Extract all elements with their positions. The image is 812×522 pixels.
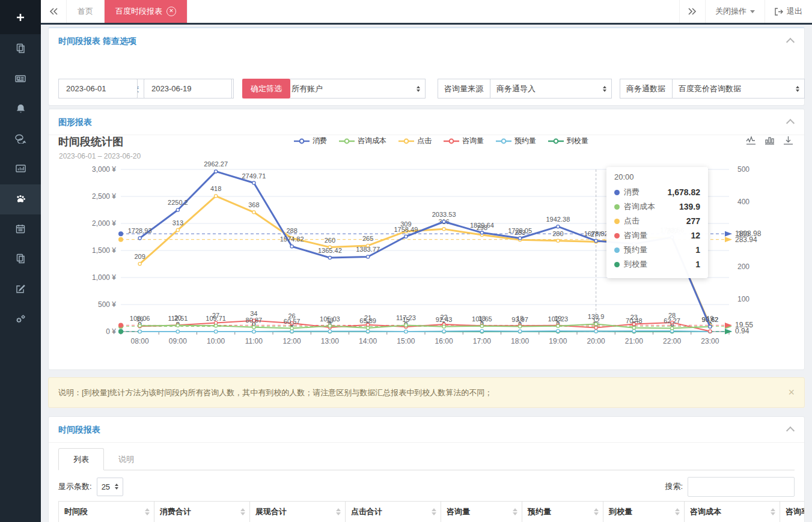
series-dot-icon xyxy=(614,262,620,267)
sidebar-item-gears[interactable] xyxy=(0,305,41,335)
svg-text:0.94: 0.94 xyxy=(735,327,749,335)
svg-text:2250.2: 2250.2 xyxy=(168,199,188,206)
scroll-tabs-left-button[interactable] xyxy=(41,0,67,23)
paw-icon xyxy=(14,193,26,206)
column-header-时间段[interactable]: 时间段 xyxy=(59,502,154,522)
svg-text:1,500 ¥: 1,500 ¥ xyxy=(92,246,116,255)
sidebar-item-calendar[interactable] xyxy=(0,214,41,244)
double-chevron-left-icon xyxy=(49,8,58,15)
legend-item-消费[interactable]: 消费 xyxy=(294,136,327,146)
legend-marker-icon xyxy=(339,138,355,144)
sidebar-item-newspaper[interactable] xyxy=(0,64,41,94)
svg-text:418: 418 xyxy=(210,185,221,192)
close-operations-dropdown[interactable]: 关闭操作 xyxy=(705,0,765,23)
scroll-tabs-right-button[interactable] xyxy=(679,0,705,23)
legend-item-预约量[interactable]: 预约量 xyxy=(496,136,536,146)
sidebar-item-chat[interactable] xyxy=(0,124,41,154)
legend-item-到校量[interactable]: 到校量 xyxy=(548,136,588,146)
svg-text:15:00: 15:00 xyxy=(397,337,415,345)
svg-text:200: 200 xyxy=(737,263,749,271)
svg-text:105.03: 105.03 xyxy=(320,315,340,323)
svg-text:62.27: 62.27 xyxy=(664,317,680,324)
collapse-chevron-icon[interactable] xyxy=(786,119,795,127)
column-header-消费合计[interactable]: 消费合计 xyxy=(154,502,250,522)
page-size-control: 显示条数: 25 xyxy=(58,478,123,496)
search-label: 搜索: xyxy=(665,481,683,492)
chart-panel: 图形报表 时间段统计图 2023-06-01 – 2023-06-20 消费咨询… xyxy=(48,109,805,370)
date-from-input[interactable]: 2023-06-01 xyxy=(58,79,138,99)
sidebar-item-edit[interactable] xyxy=(0,275,41,305)
svg-text:112.51: 112.51 xyxy=(168,315,188,322)
svg-text:100: 100 xyxy=(737,295,749,303)
date-to-input[interactable]: 2023-06-19 xyxy=(144,79,232,99)
legend-item-咨询成本[interactable]: 咨询成本 xyxy=(339,136,386,146)
bar-chart-icon[interactable] xyxy=(765,136,775,146)
sort-icon xyxy=(771,508,775,515)
svg-text:93.97: 93.97 xyxy=(511,316,528,323)
sort-icon xyxy=(594,508,599,515)
column-header-咨询成本[interactable]: 咨询成本 xyxy=(685,502,780,522)
sidebar-item-bell[interactable] xyxy=(0,94,41,124)
sidebar-item-paw[interactable] xyxy=(0,184,41,214)
logout-button[interactable]: 退出 xyxy=(765,0,812,23)
line-chart-icon[interactable] xyxy=(746,136,756,146)
svg-text:18:00: 18:00 xyxy=(511,337,529,345)
legend-marker-icon xyxy=(398,138,414,144)
column-header-咨询量[interactable]: 咨询量 xyxy=(441,502,522,522)
chart-title: 时间段统计图 xyxy=(58,135,123,149)
collapse-chevron-icon[interactable] xyxy=(786,426,795,435)
table-tabs: 列表 说明 xyxy=(58,448,795,470)
svg-text:2,500 ¥: 2,500 ¥ xyxy=(92,192,116,201)
svg-text:23:00: 23:00 xyxy=(701,337,719,345)
table-panel-header: 时间段报表 xyxy=(49,417,804,443)
chart-toolbox xyxy=(746,136,793,146)
tab-list[interactable]: 列表 xyxy=(58,448,104,470)
select-arrows-icon xyxy=(115,484,118,490)
pages-icon xyxy=(15,253,26,266)
sidebar-item-add[interactable] xyxy=(0,0,41,34)
svg-text:101.65: 101.65 xyxy=(472,315,492,323)
sidebar-item-pages[interactable] xyxy=(0,34,41,64)
page-size-select[interactable]: 25 xyxy=(97,478,123,496)
svg-text:12:00: 12:00 xyxy=(283,337,301,345)
svg-text:22:00: 22:00 xyxy=(663,337,681,345)
confirm-filter-button[interactable]: 确定筛选 xyxy=(242,79,290,99)
svg-text:265: 265 xyxy=(362,235,373,242)
search-input[interactable] xyxy=(688,477,795,497)
note-close-icon[interactable]: × xyxy=(788,386,795,399)
svg-text:2749.71: 2749.71 xyxy=(242,172,266,180)
svg-text:65.89: 65.89 xyxy=(359,317,376,324)
svg-text:108.06: 108.06 xyxy=(130,315,150,322)
column-header-展现合计[interactable]: 展现合计 xyxy=(250,502,346,522)
legend-item-咨询量[interactable]: 咨询量 xyxy=(444,136,484,146)
series-dot-icon xyxy=(614,204,620,210)
legend-marker-icon xyxy=(496,138,511,144)
sidebar-item-bar-chart[interactable] xyxy=(0,154,41,184)
column-header-点击合计[interactable]: 点击合计 xyxy=(346,502,441,522)
tab-baidu-period-report[interactable]: 百度时段报表 ✕ xyxy=(105,0,188,23)
table-panel: 时间段报表 列表 说明 显示条数: 25 搜索: 时间段消费合计展现合计点击合计… xyxy=(48,416,805,522)
column-header-咨询率[interactable]: 咨询率 xyxy=(780,502,805,522)
svg-text:1942.38: 1942.38 xyxy=(546,216,570,223)
svg-text:17:00: 17:00 xyxy=(473,337,491,345)
svg-text:500 ¥: 500 ¥ xyxy=(98,300,116,309)
series-dot-icon xyxy=(614,247,620,253)
tab-home[interactable]: 首页 xyxy=(67,0,105,23)
column-header-到校量[interactable]: 到校量 xyxy=(603,502,685,522)
collapse-chevron-icon[interactable] xyxy=(786,38,795,46)
column-header-预约量[interactable]: 预约量 xyxy=(522,502,603,522)
svg-text:19:00: 19:00 xyxy=(549,337,567,345)
legend-item-点击[interactable]: 点击 xyxy=(398,136,432,146)
tab-description[interactable]: 说明 xyxy=(104,448,148,470)
svg-text:1829.64: 1829.64 xyxy=(470,222,494,229)
sidebar xyxy=(0,0,41,522)
svg-text:92.43: 92.43 xyxy=(436,316,453,323)
sort-icon xyxy=(513,508,517,515)
sidebar-item-pages[interactable] xyxy=(0,244,41,275)
svg-text:08:00: 08:00 xyxy=(131,337,149,345)
sort-icon xyxy=(675,508,680,515)
tab-close-icon[interactable]: ✕ xyxy=(166,7,176,16)
download-icon[interactable] xyxy=(783,136,793,146)
top-tab-bar: 首页 百度时段报表 ✕ 关闭操作 退出 xyxy=(41,0,812,25)
svg-text:500: 500 xyxy=(737,165,749,174)
